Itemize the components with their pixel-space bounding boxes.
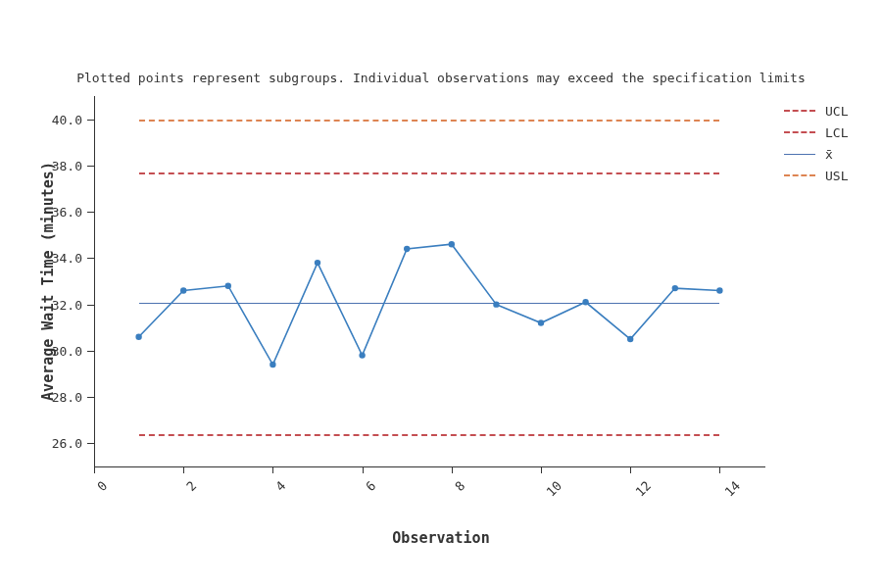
- y-tick-label: 34.0: [47, 251, 82, 266]
- x-tick-label: 0: [94, 478, 110, 494]
- x-tick-mark: [452, 466, 453, 473]
- x-tick-mark: [541, 466, 542, 473]
- y-tick-label: 32.0: [47, 297, 82, 312]
- x-tick-mark: [719, 466, 720, 473]
- chart-title: Plotted points represent subgroups. Indi…: [0, 71, 882, 85]
- x-tick-label: 14: [722, 478, 744, 500]
- legend-item-x_bar: x̄: [784, 143, 848, 165]
- legend-swatch: [784, 154, 815, 155]
- x-tick-mark: [630, 466, 631, 473]
- legend-item-USL: USL: [784, 165, 848, 186]
- y-tick-mark: [87, 120, 94, 121]
- legend-swatch: [784, 174, 815, 176]
- x-tick-label: 4: [273, 478, 289, 494]
- y-tick-mark: [87, 397, 94, 398]
- y-tick-mark: [87, 166, 94, 167]
- legend-label: USL: [825, 169, 848, 183]
- y-tick-mark: [87, 443, 94, 444]
- y-axis-label: Average Wait Time (minutes): [39, 96, 57, 466]
- x-tick-mark: [94, 466, 95, 473]
- reference-line: [139, 303, 720, 304]
- chart-canvas: Plotted points represent subgroups. Indi…: [0, 0, 882, 588]
- x-tick-label: 12: [633, 478, 655, 500]
- y-tick-mark: [87, 305, 94, 306]
- y-tick-label: 28.0: [47, 390, 82, 405]
- y-tick-mark: [87, 258, 94, 259]
- y-tick-label: 30.0: [47, 343, 82, 358]
- reference-line: [139, 120, 720, 122]
- y-tick-mark: [87, 212, 94, 213]
- x-tick-label: 10: [544, 478, 565, 500]
- y-tick-label: 40.0: [47, 112, 82, 126]
- x-tick-mark: [183, 466, 184, 473]
- legend-item-UCL: UCL: [784, 100, 848, 122]
- y-tick-mark: [87, 351, 94, 352]
- x-tick-mark: [272, 466, 273, 473]
- legend-label: LCL: [825, 125, 848, 140]
- reference-line: [139, 172, 720, 174]
- legend-item-LCL: LCL: [784, 122, 848, 143]
- x-tick-label: 2: [183, 478, 199, 494]
- plot-area: [94, 96, 765, 467]
- x-tick-label: 8: [452, 478, 467, 494]
- y-tick-label: 36.0: [47, 205, 82, 220]
- y-tick-label: 26.0: [47, 436, 82, 451]
- reference-line: [139, 434, 720, 436]
- x-tick-label: 6: [363, 478, 378, 494]
- legend-swatch: [784, 110, 815, 112]
- legend-label: UCL: [825, 104, 848, 119]
- legend: UCLLCLx̄USL: [784, 100, 848, 186]
- legend-swatch: [784, 131, 815, 133]
- legend-label: x̄: [825, 147, 833, 162]
- y-tick-label: 38.0: [47, 158, 82, 172]
- x-tick-mark: [363, 466, 364, 473]
- x-axis-label: Observation: [0, 529, 882, 547]
